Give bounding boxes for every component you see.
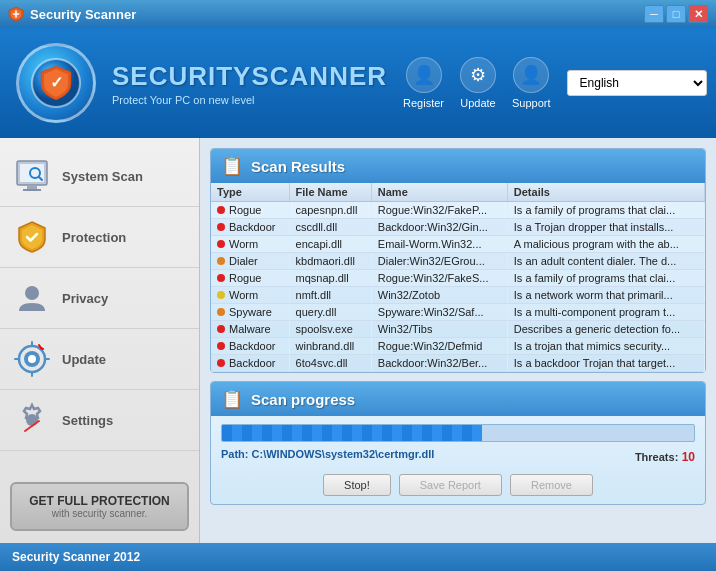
get-protection-title: GET FULL PROTECTION [22, 494, 177, 508]
protection-icon [12, 217, 52, 257]
action-buttons: Stop! Save Report Remove [221, 474, 695, 496]
scan-results-panel: 📋 Scan Results Type File Name Name Detai… [210, 148, 706, 373]
footer: Security Scanner 2012 [0, 543, 716, 571]
threats-count-label: Threats: 10 [635, 450, 695, 464]
sidebar-item-system-scan[interactable]: System Scan [0, 146, 199, 207]
table-row[interactable]: Backdoor cscdll.dll Backdoor:Win32/Gin..… [211, 219, 705, 236]
table-row[interactable]: Dialer kbdmaori.dll Dialer:Win32/EGrou..… [211, 253, 705, 270]
table-row[interactable]: Rogue mqsnap.dll Rogue:Win32/FakeS... Is… [211, 270, 705, 287]
sidebar-label-privacy: Privacy [62, 291, 108, 306]
privacy-icon [12, 278, 52, 318]
scan-progress-icon: 📋 [221, 388, 243, 410]
sidebar: System Scan Protection Privacy [0, 138, 200, 543]
system-scan-icon [12, 156, 52, 196]
sidebar-label-update: Update [62, 352, 106, 367]
update-sidebar-icon [12, 339, 52, 379]
settings-icon [12, 400, 52, 440]
register-button[interactable]: 👤 Register [403, 57, 444, 109]
sidebar-item-settings[interactable]: Settings [0, 390, 199, 451]
progress-bar [222, 425, 482, 441]
title-bar-icon [8, 6, 24, 22]
get-protection-button[interactable]: GET FULL PROTECTION with security scanne… [10, 482, 189, 531]
progress-bar-outer [221, 424, 695, 442]
scan-progress-panel: 📋 Scan progress Path: C:\WINDOWS\system3… [210, 381, 706, 505]
svg-point-8 [25, 286, 39, 300]
scan-results-header: 📋 Scan Results [211, 149, 705, 183]
col-filename: File Name [289, 183, 371, 202]
col-type: Type [211, 183, 289, 202]
support-button[interactable]: 👤 Support [512, 57, 551, 109]
brand-tagline: Protect Your PC on new level [112, 94, 387, 106]
get-protection-subtitle: with security scanner. [22, 508, 177, 519]
sidebar-item-privacy[interactable]: Privacy [0, 268, 199, 329]
header-actions: 👤 Register ⚙ Update 👤 Support English Ge… [403, 57, 707, 109]
title-bar-text: Security Scanner [30, 7, 136, 22]
svg-rect-4 [27, 185, 37, 189]
title-bar: Security Scanner ─ □ ✕ [0, 0, 716, 28]
col-details: Details [507, 183, 704, 202]
progress-path: Path: C:\WINDOWS\system32\certmgr.dll [221, 448, 434, 460]
table-row[interactable]: Worm nmft.dll Win32/Zotob Is a network w… [211, 287, 705, 304]
svg-line-13 [41, 348, 43, 349]
table-row[interactable]: Malware spoolsv.exe Win32/Tibs Describes… [211, 321, 705, 338]
title-bar-controls: ─ □ ✕ [644, 5, 708, 23]
brand-text: SECURITYSCANNER Protect Your PC on new l… [112, 61, 387, 106]
remove-button[interactable]: Remove [510, 474, 593, 496]
header: ✓ SECURITYSCANNER Protect Your PC on new… [0, 28, 716, 138]
svg-rect-5 [23, 189, 41, 191]
sidebar-label-settings: Settings [62, 413, 113, 428]
save-report-button[interactable]: Save Report [399, 474, 502, 496]
scan-progress-header: 📋 Scan progress [211, 382, 705, 416]
logo: ✓ [16, 43, 96, 123]
scan-results-icon: 📋 [221, 155, 243, 177]
table-row[interactable]: Rogue capesnpn.dll Rogue:Win32/FakeP... … [211, 202, 705, 219]
update-button[interactable]: ⚙ Update [460, 57, 496, 109]
svg-text:✓: ✓ [50, 74, 63, 91]
col-name: Name [371, 183, 507, 202]
threats-count-value: 10 [682, 450, 695, 464]
scan-results-table: Type File Name Name Details Rogue capesn… [211, 183, 705, 372]
sidebar-label-system-scan: System Scan [62, 169, 143, 184]
sidebar-item-protection[interactable]: Protection [0, 207, 199, 268]
language-select[interactable]: English German French Spanish Italian [567, 70, 707, 96]
maximize-button[interactable]: □ [666, 5, 686, 23]
main-content: System Scan Protection Privacy [0, 138, 716, 543]
stop-button[interactable]: Stop! [323, 474, 391, 496]
close-button[interactable]: ✕ [688, 5, 708, 23]
scan-progress-title: Scan progress [251, 391, 355, 408]
progress-section: Path: C:\WINDOWS\system32\certmgr.dll Th… [211, 416, 705, 504]
table-row[interactable]: Backdoor winbrand.dll Rogue:Win32/Defmid… [211, 338, 705, 355]
table-row[interactable]: Worm encapi.dll Email-Worm.Win32... A ma… [211, 236, 705, 253]
register-icon: 👤 [406, 57, 442, 93]
update-icon: ⚙ [460, 57, 496, 93]
support-icon: 👤 [513, 57, 549, 93]
svg-point-11 [28, 355, 36, 363]
footer-text: Security Scanner 2012 [12, 550, 140, 564]
scan-results-table-container[interactable]: Type File Name Name Details Rogue capesn… [211, 183, 705, 372]
minimize-button[interactable]: ─ [644, 5, 664, 23]
brand-name: SECURITYSCANNER [112, 61, 387, 92]
scan-results-title: Scan Results [251, 158, 345, 175]
sidebar-label-protection: Protection [62, 230, 126, 245]
sidebar-item-update[interactable]: Update [0, 329, 199, 390]
table-row[interactable]: Spyware query.dll Spyware:Win32/Saf... I… [211, 304, 705, 321]
right-panel: 📋 Scan Results Type File Name Name Detai… [200, 138, 716, 543]
table-row[interactable]: Backdoor 6to4svc.dll Backdoor:Win32/Ber.… [211, 355, 705, 372]
